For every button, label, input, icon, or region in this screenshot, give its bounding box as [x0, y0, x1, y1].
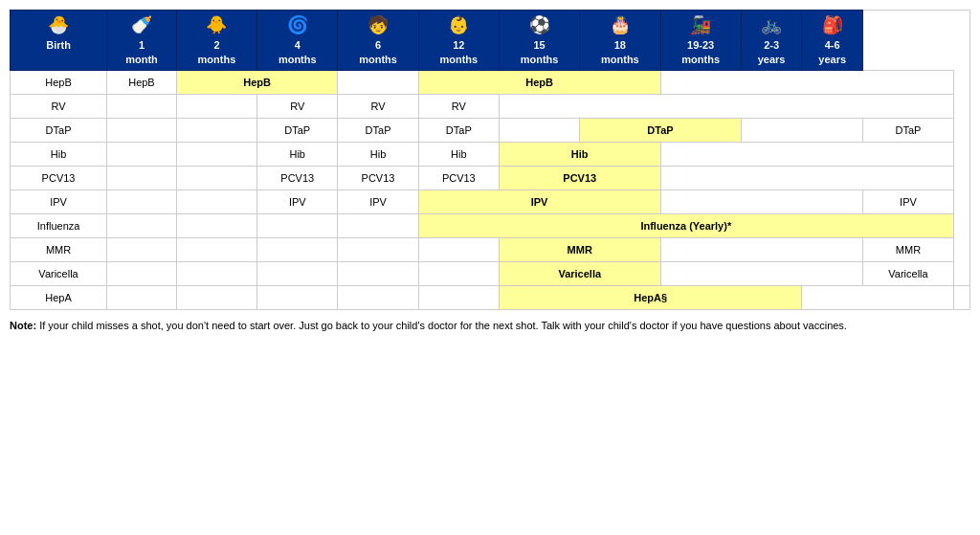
table-row: HibHibHibHibHib [11, 142, 970, 166]
vaccine-cell: DTaP [580, 118, 742, 142]
vaccine-cell [107, 118, 177, 142]
vaccine-cell: PCV13 [499, 166, 660, 189]
vaccine-cell [660, 189, 863, 213]
header-4mo: 🌀4months [257, 11, 338, 71]
vaccine-cell [741, 118, 862, 142]
table-row: HepBHepBHepBHepB [11, 70, 970, 94]
vaccine-cell: PCV13 [418, 166, 499, 189]
vaccine-label-mmr: MMR [11, 237, 107, 261]
header-birth: 🐣Birth [11, 11, 107, 71]
vaccine-cell: HepA§ [499, 285, 801, 309]
vaccine-cell [499, 94, 953, 118]
vaccine-label-hib: Hib [11, 142, 107, 166]
vaccine-cell: MMR [863, 237, 954, 261]
vaccine-cell [107, 142, 177, 166]
vaccine-cell [660, 70, 953, 94]
table-row: InfluenzaInfluenza (Yearly)* [11, 213, 970, 237]
vaccine-cell: Influenza (Yearly)* [418, 213, 953, 237]
vaccine-cell [660, 237, 863, 261]
table-row: MMRMMRMMR [11, 237, 970, 261]
vaccine-cell [802, 285, 954, 309]
table-row: PCV13PCV13PCV13PCV13PCV13 [11, 166, 970, 189]
header-icon-2mo: 🐥 [179, 14, 255, 36]
vaccine-cell: DTaP [257, 118, 338, 142]
header-icon-4mo: 🌀 [259, 14, 335, 36]
header-2mo: 🐥2months [176, 11, 256, 71]
header-2-3yr: 🚲2-3years [741, 11, 802, 71]
vaccine-cell [257, 237, 338, 261]
vaccine-cell [107, 189, 177, 213]
vaccine-cell [338, 70, 418, 94]
vaccine-cell [418, 285, 499, 309]
header-19-23mo: 🚂19-23months [660, 11, 741, 71]
vaccine-cell [176, 261, 256, 285]
vaccine-cell [107, 285, 177, 309]
vaccine-cell [176, 118, 256, 142]
vaccine-cell: Hib [499, 142, 660, 166]
vaccine-cell [418, 261, 499, 285]
table-row: RVRVRVRV [11, 94, 970, 118]
vaccine-label-pcv13: PCV13 [11, 166, 107, 189]
header-4-6yr: 🎒4-6years [802, 11, 863, 71]
vaccine-schedule-table: 🐣Birth🍼1month🐥2months🌀4months🧒6months👶12… [10, 10, 970, 310]
vaccine-cell [107, 94, 177, 118]
table-row: HepAHepA§ [11, 285, 970, 309]
table-row: VaricellaVaricellaVaricella [11, 261, 970, 285]
note-text: Note: If your child misses a shot, you d… [10, 320, 847, 331]
table-row: IPVIPVIPVIPVIPV [11, 189, 970, 213]
header-icon-2-3yr: 🚲 [744, 14, 800, 36]
header-1mo: 🍼1month [107, 11, 177, 71]
header-18mo: 🎂18months [580, 11, 660, 71]
header-12mo: 👶12months [418, 11, 499, 71]
vaccine-cell [257, 213, 338, 237]
vaccine-cell: HepB [418, 70, 660, 94]
header-icon-19-23mo: 🚂 [663, 14, 739, 36]
vaccine-cell [176, 213, 256, 237]
vaccine-cell: Varicella [499, 261, 660, 285]
vaccine-cell [338, 285, 418, 309]
vaccine-cell [953, 285, 969, 309]
vaccine-cell: Varicella [863, 261, 954, 285]
vaccine-cell: DTaP [418, 118, 499, 142]
vaccine-cell: Hib [418, 142, 499, 166]
vaccine-cell: HepB [176, 70, 338, 94]
vaccine-cell [176, 142, 256, 166]
vaccine-label-varicella: Varicella [11, 261, 107, 285]
vaccine-label-influenza: Influenza [11, 213, 107, 237]
header-icon-1mo: 🍼 [109, 14, 174, 36]
vaccine-cell [338, 213, 418, 237]
vaccine-cell: Hib [338, 142, 418, 166]
vaccine-cell: PCV13 [257, 166, 338, 189]
vaccine-cell [660, 261, 863, 285]
vaccine-cell [176, 166, 256, 189]
vaccine-cell [257, 261, 338, 285]
vaccine-cell [660, 166, 953, 189]
vaccine-cell [176, 285, 256, 309]
vaccine-cell [418, 237, 499, 261]
vaccine-cell: IPV [257, 189, 338, 213]
header-15mo: ⚽15months [499, 11, 579, 71]
vaccine-cell: Hib [257, 142, 338, 166]
vaccine-label-hepb: HepB [11, 70, 107, 94]
vaccine-cell: PCV13 [338, 166, 418, 189]
header-icon-6mo: 🧒 [340, 14, 415, 36]
vaccine-cell [176, 94, 256, 118]
header-icon-12mo: 👶 [421, 14, 497, 36]
vaccine-cell: RV [257, 94, 338, 118]
header-icon-4-6yr: 🎒 [804, 14, 860, 36]
vaccine-cell [176, 189, 256, 213]
vaccine-cell: DTaP [863, 118, 954, 142]
vaccine-cell [660, 142, 953, 166]
vaccine-cell [107, 237, 177, 261]
vaccine-label-dtap: DTaP [11, 118, 107, 142]
vaccine-cell: HepB [107, 70, 177, 94]
header-icon-birth: 🐣 [12, 14, 104, 36]
vaccine-label-hepa: HepA [11, 285, 107, 309]
vaccine-label-rv: RV [11, 94, 107, 118]
vaccine-cell: DTaP [338, 118, 418, 142]
table-row: DTaPDTaPDTaPDTaPDTaPDTaP [11, 118, 970, 142]
vaccine-cell: RV [338, 94, 418, 118]
vaccine-cell [107, 213, 177, 237]
vaccine-cell [107, 166, 177, 189]
note-section: Note: If your child misses a shot, you d… [10, 318, 970, 334]
